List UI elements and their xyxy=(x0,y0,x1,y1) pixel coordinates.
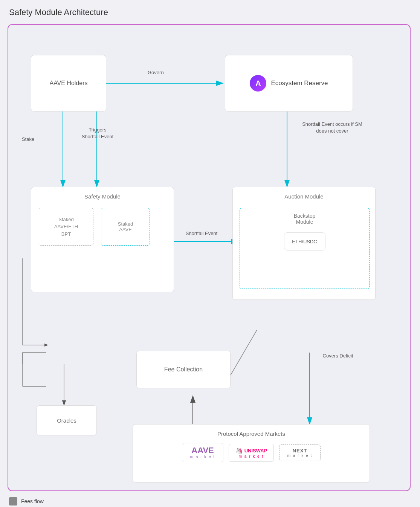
oracles-label: Oracles xyxy=(57,417,76,424)
aave-market-label: m a r k e t xyxy=(190,455,215,459)
ecosystem-reserve-label: Ecosystem Reserve xyxy=(271,79,328,87)
main-container: AAVE Holders A Ecosystem Reserve Govern … xyxy=(8,24,411,491)
fee-collection-box: Fee Collection xyxy=(136,351,231,388)
next-market-label: NEXT xyxy=(293,448,307,454)
backstop-module-label: Backstop Module xyxy=(294,213,316,225)
aave-market-box: AAVE m a r k e t xyxy=(182,443,223,462)
legend-box xyxy=(9,497,17,505)
auction-module-label: Auction Module xyxy=(284,193,323,200)
aave-market-logo: AAVE xyxy=(191,446,214,455)
oracles-box: Oracles xyxy=(37,405,97,435)
next-market-box: NEXT m a r k e t xyxy=(279,444,321,461)
aave-holders-box: AAVE Holders xyxy=(31,55,106,111)
staked-aave-box: Staked AAVE xyxy=(101,208,150,246)
shortfall-event-right-label: Shortfall Event occurs if SM does not co… xyxy=(298,121,366,134)
auction-module-box: Auction Module Backstop Module ETH/USDC xyxy=(232,187,376,300)
ecosystem-reserve-box: A Ecosystem Reserve xyxy=(225,55,353,111)
fee-collection-label: Fee Collection xyxy=(164,366,203,373)
protocol-markets-label: Protocol Approved Markets xyxy=(217,431,285,437)
govern-label: Govern xyxy=(148,69,164,76)
triggers-shortfall-label: Triggers Shortfall Event xyxy=(81,127,115,140)
legend: Fees flow xyxy=(8,497,44,505)
shortfall-event-arrow-label: Shortfall Event xyxy=(179,230,224,237)
safety-module-box: Safety Module Staked AAVE/ETH BPT Staked… xyxy=(31,187,174,292)
svg-marker-13 xyxy=(44,344,48,347)
legend-label: Fees flow xyxy=(21,498,44,504)
protocol-markets-box: Protocol Approved Markets AAVE m a r k e… xyxy=(133,424,370,483)
svg-line-9 xyxy=(231,330,257,375)
stake-label: Stake xyxy=(22,136,34,143)
staked-aave-label: Staked AAVE xyxy=(118,221,133,232)
backstop-module-box: Backstop Module ETH/USDC xyxy=(240,208,370,289)
next-market-sub: m a r k e t xyxy=(287,454,312,458)
staked-aave-eth-label: Staked AAVE/ETH BPT xyxy=(54,216,78,238)
page-title: Safety Module Architecture xyxy=(8,8,108,17)
eth-usdc-box: ETH/USDC xyxy=(284,232,325,250)
staked-aave-eth-box: Staked AAVE/ETH BPT xyxy=(39,208,93,246)
uniswap-market-label: UNISWAP xyxy=(244,448,267,454)
aave-holders-label: AAVE Holders xyxy=(49,80,87,87)
covers-deficit-label: Covers Deficit xyxy=(315,353,360,359)
safety-module-label: Safety Module xyxy=(84,193,121,200)
eth-usdc-label: ETH/USDC xyxy=(292,239,317,244)
aave-icon: A xyxy=(250,75,266,92)
uniswap-market-sub: m a r k e t xyxy=(239,454,264,458)
uniswap-market-box: 🦄 UNISWAP m a r k e t xyxy=(229,444,274,462)
